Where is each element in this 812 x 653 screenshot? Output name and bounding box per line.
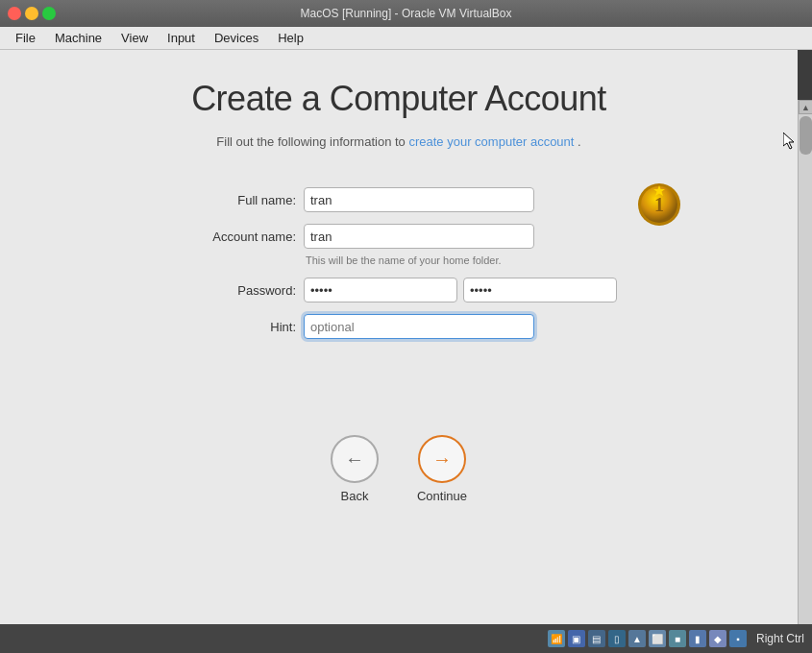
menu-file[interactable]: File — [8, 29, 43, 47]
accountname-row: Account name: — [181, 224, 617, 249]
taskbar-icon-6[interactable]: ⬜ — [649, 630, 666, 647]
scrollbar-thumb[interactable] — [800, 116, 812, 155]
bottom-buttons: ← Back → Continue — [331, 435, 467, 503]
back-circle: ← — [331, 435, 379, 483]
back-button[interactable]: ← Back — [331, 435, 379, 503]
minimize-button[interactable] — [25, 7, 38, 20]
back-label: Back — [341, 489, 369, 503]
accountname-hint: This will be the name of your home folde… — [306, 254, 617, 266]
taskbar-icon-5[interactable]: ▲ — [628, 630, 646, 647]
fullname-input[interactable] — [304, 187, 534, 212]
subtitle-suffix: . — [578, 134, 581, 149]
password-input[interactable] — [304, 278, 457, 302]
fullname-row: Full name: — [181, 187, 617, 212]
password-row: Password: — [181, 278, 617, 302]
menu-help[interactable]: Help — [270, 29, 311, 47]
taskbar-icon-7[interactable]: ■ — [669, 630, 686, 647]
continue-button[interactable]: → Continue — [417, 435, 467, 503]
close-button[interactable] — [8, 7, 21, 20]
subtitle-prefix: Fill out the following information to — [216, 134, 406, 149]
menu-view[interactable]: View — [113, 29, 156, 47]
page-title: Create a Computer Account — [191, 79, 606, 119]
svg-text:1: 1 — [654, 194, 664, 215]
menu-input[interactable]: Input — [160, 29, 203, 47]
menubar: File Machine View Input Devices Help — [0, 27, 812, 50]
back-arrow-icon: ← — [345, 448, 364, 471]
scrollbar-right[interactable]: ▲ ▼ — [798, 100, 812, 653]
subtitle-link[interactable]: create your computer account — [408, 134, 574, 149]
scroll-up-arrow[interactable]: ▲ — [799, 100, 812, 114]
menu-machine[interactable]: Machine — [47, 29, 110, 47]
taskbar-icon-10[interactable]: ▪ — [729, 630, 747, 647]
taskbar-icons: 📶 ▣ ▤ ▯ ▲ ⬜ ■ ▮ ◆ ▪ — [548, 630, 747, 647]
taskbar-icon-2[interactable]: ▣ — [568, 630, 585, 647]
fullname-label: Full name: — [181, 193, 296, 207]
taskbar-icon-4[interactable]: ▯ — [608, 630, 626, 647]
taskbar-icon-9[interactable]: ◆ — [709, 630, 726, 647]
titlebar: MacOS [Running] - Oracle VM VirtualBox — [0, 0, 812, 27]
form-container: 1 Full name: Account name: This will b — [181, 187, 617, 339]
maximize-button[interactable] — [42, 7, 56, 20]
page-subtitle: Fill out the following information to cr… — [216, 134, 580, 149]
window-title: MacOS [Running] - Oracle VM VirtualBox — [301, 7, 512, 20]
continue-circle: → — [418, 435, 466, 483]
continue-label: Continue — [417, 489, 467, 503]
hint-row: Hint: — [181, 314, 617, 339]
taskbar-icon-1[interactable]: 📶 — [548, 630, 565, 647]
taskbar-icon-8[interactable]: ▮ — [689, 630, 706, 647]
taskbar: 📶 ▣ ▤ ▯ ▲ ⬜ ■ ▮ ◆ ▪ Right Ctrl — [0, 624, 812, 653]
accountname-label: Account name: — [181, 230, 296, 244]
menu-devices[interactable]: Devices — [207, 29, 266, 47]
vm-window: Create a Computer Account Fill out the f… — [0, 50, 798, 624]
right-ctrl-label: Right Ctrl — [756, 632, 804, 645]
password-inputs — [304, 278, 617, 302]
hint-label: Hint: — [181, 320, 296, 334]
medal-icon: 1 — [634, 178, 684, 228]
password-label: Password: — [181, 283, 296, 298]
titlebar-buttons[interactable] — [8, 7, 56, 20]
accountname-input[interactable] — [304, 224, 534, 249]
continue-arrow-icon: → — [432, 448, 452, 471]
password-confirm-input[interactable] — [463, 278, 617, 302]
hint-input[interactable] — [304, 314, 534, 339]
content-area: Create a Computer Account Fill out the f… — [0, 50, 798, 624]
taskbar-icon-3[interactable]: ▤ — [588, 630, 605, 647]
